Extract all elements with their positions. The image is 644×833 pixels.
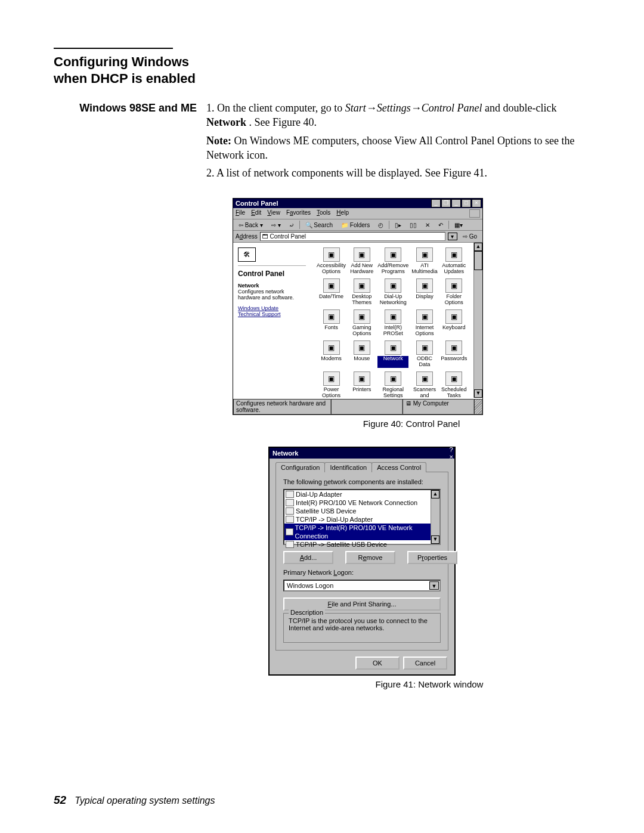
logon-select[interactable]: Windows Logon ▼ [283, 580, 441, 592]
net-component-item[interactable]: Dial-Up Adapter [284, 490, 431, 498]
adapter-icon [286, 516, 294, 523]
cp-icon-passwords[interactable]: ▣Passwords [441, 340, 467, 368]
cp-icon-mouse[interactable]: ▣Mouse [348, 340, 375, 368]
restore-button[interactable]: ❐ [441, 199, 451, 208]
history-button[interactable]: ◴ [375, 221, 386, 229]
menu-edit[interactable]: Edit [251, 209, 261, 218]
technical-support-link[interactable]: Technical Support [238, 311, 306, 317]
cp-icon-fonts[interactable]: ▣Fonts [317, 309, 346, 337]
net-component-item[interactable]: Satellite USB Device [284, 507, 431, 515]
list-scrollbar[interactable]: ▲ ▼ [431, 490, 439, 544]
net-component-item[interactable]: TCP/IP -> Satellite USB Device [284, 540, 431, 549]
cp-icon-keyboard[interactable]: ▣Keyboard [441, 309, 467, 337]
cp-icon-label: Passwords [441, 356, 467, 368]
footer-text: Typical operating system settings [75, 795, 215, 806]
moveto-button[interactable]: ▯▸ [392, 221, 404, 229]
resize-grip[interactable] [474, 399, 482, 414]
cp-icon-scheduled-tasks[interactable]: ▣Scheduled Tasks [441, 371, 467, 398]
fps-post: ile and Print Sharing... [332, 600, 396, 608]
step-1-post: . See Figure 40. [249, 116, 316, 128]
add-button[interactable]: Add... [283, 551, 333, 564]
left-title: Control Panel [238, 270, 306, 278]
cp-icon-gaming-options[interactable]: ▣Gaming Options [348, 309, 375, 337]
address-dropdown[interactable]: ▾ [448, 233, 457, 240]
remove-button[interactable]: Remove [345, 551, 395, 564]
address-bar: Address 🗔 Control Panel ▾ ⇨ Go [233, 231, 482, 243]
note-text: On Windows ME computers, choose View All… [206, 135, 574, 161]
scroll-thumb[interactable] [474, 251, 482, 270]
ok-button[interactable]: OK [355, 657, 400, 670]
scroll-down[interactable]: ▼ [474, 389, 482, 398]
net-component-item[interactable]: Intel(R) PRO/100 VE Network Connection [284, 498, 431, 507]
cp-icon-date-time[interactable]: ▣Date/Time [317, 278, 346, 306]
menu-file[interactable]: File [236, 209, 245, 218]
menu-view[interactable]: View [267, 209, 280, 218]
net-component-item[interactable]: TCP/IP -> Intel(R) PRO/100 VE Network Co… [284, 524, 431, 540]
address-input[interactable]: 🗔 Control Panel [260, 232, 445, 241]
maximize-button[interactable]: □ [462, 199, 471, 208]
scroll-up[interactable]: ▲ [474, 243, 482, 251]
menu-favorites[interactable]: Favorites [286, 209, 311, 218]
tab-access-control[interactable]: Access Control [371, 462, 426, 472]
cp-icon-regional-settings[interactable]: ▣Regional Settings [377, 371, 408, 398]
cp-icon-label: Power Options [317, 387, 346, 398]
tab-configuration[interactable]: Configuration [275, 462, 325, 472]
cp-icon-glyph: ▣ [385, 340, 401, 355]
folders-button[interactable]: 📁 Folders [338, 221, 373, 229]
close-button[interactable]: × [472, 199, 481, 208]
menu-help[interactable]: Help [336, 209, 349, 218]
list-scroll-down[interactable]: ▼ [431, 535, 439, 544]
copyto-button[interactable]: ▯▯ [407, 221, 420, 229]
cp-icon-scanners-and-cameras[interactable]: ▣Scanners and Cameras [411, 371, 438, 398]
cp-icon-glyph: ▣ [445, 247, 462, 262]
windows-update-link[interactable]: Windows Update [238, 305, 306, 311]
cp-icon-accessibility-options[interactable]: ▣Accessibility Options [317, 247, 346, 275]
cp-icon-intel-r-proset[interactable]: ▣Intel(R) PROSet [377, 309, 408, 337]
vertical-scrollbar[interactable]: ▲ ▼ [473, 243, 482, 398]
up-button[interactable]: ⤾ [286, 221, 297, 229]
back-button[interactable]: ⇦ Back ▾ [236, 221, 266, 229]
cp-icon-modems[interactable]: ▣Modems [317, 340, 346, 368]
search-button[interactable]: 🔍 Search [302, 221, 336, 229]
properties-button[interactable]: Properties [407, 551, 457, 564]
step-1: 1. On the client computer, go to Start→S… [206, 101, 590, 130]
cp-icon-add-new-hardware[interactable]: ▣Add New Hardware [348, 247, 375, 275]
cancel-button[interactable]: Cancel [403, 657, 447, 670]
cp-icon-desktop-themes[interactable]: ▣Desktop Themes [348, 278, 375, 306]
cp-icon-label: Display [411, 294, 438, 306]
dropdown-arrow-icon[interactable]: ▼ [429, 581, 439, 590]
cp-icon-ati-multimedia-center[interactable]: ▣ATI Multimedia Center [411, 247, 438, 275]
cp-icon-network[interactable]: ▣Network [377, 340, 408, 368]
help-button[interactable]: ? [450, 446, 453, 453]
cp-icon-dial-up-networking[interactable]: ▣Dial-Up Networking [377, 278, 408, 306]
close-button[interactable]: × [450, 453, 453, 460]
cp-icon-power-options[interactable]: ▣Power Options [317, 371, 346, 398]
undo-button[interactable]: ↶ [435, 221, 446, 229]
cp-icon-glyph: ▣ [445, 278, 462, 293]
cp-icon-display[interactable]: ▣Display [411, 278, 438, 306]
cp-icon-internet-options[interactable]: ▣Internet Options [411, 309, 438, 337]
minimize-button[interactable]: _ [431, 199, 441, 208]
menu-tools[interactable]: Tools [317, 209, 330, 218]
delete-button[interactable]: ✕ [422, 221, 433, 229]
status-mid [331, 399, 402, 414]
cp-icon-folder-options[interactable]: ▣Folder Options [441, 278, 467, 306]
cp-icon-glyph: ▣ [354, 340, 370, 355]
icon-area: ▣Accessibility Options▣Add New Hardware▣… [311, 243, 473, 398]
components-label: The following network components are ins… [283, 478, 441, 485]
minimize2-button[interactable]: _ [451, 199, 461, 208]
cp-icon-glyph: ▣ [323, 309, 340, 324]
net-component-item[interactable]: TCP/IP -> Dial-Up Adapter [284, 515, 431, 524]
tab-identification[interactable]: Identification [324, 462, 372, 472]
cp-icon-add-remove-programs[interactable]: ▣Add/Remove Programs [377, 247, 408, 275]
cp-icon-printers[interactable]: ▣Printers [348, 371, 375, 398]
cp-icon-automatic-updates[interactable]: ▣Automatic Updates [441, 247, 467, 275]
components-listbox[interactable]: Dial-Up AdapterIntel(R) PRO/100 VE Netwo… [283, 489, 441, 545]
views-button[interactable]: ▦▾ [451, 221, 466, 229]
cp-icon-label: Regional Settings [377, 387, 408, 398]
forward-button[interactable]: ⇨ ▾ [268, 221, 284, 229]
cp-icon-odbc-data-sources-32bit[interactable]: ▣ODBC Data Sources (32bit) [411, 340, 438, 368]
left-item-name: Network [238, 283, 259, 289]
list-scroll-up[interactable]: ▲ [431, 490, 439, 498]
go-button[interactable]: ⇨ Go [460, 233, 480, 240]
